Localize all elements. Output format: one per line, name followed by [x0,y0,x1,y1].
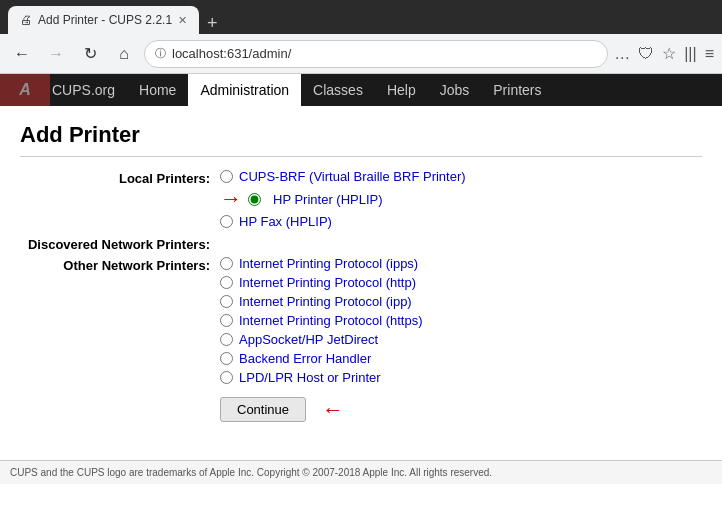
nav-item-printers[interactable]: Printers [481,74,553,106]
radio-hp-fax-label[interactable]: HP Fax (HPLIP) [239,214,332,229]
home-button[interactable]: ⌂ [110,40,138,68]
radio-cups-brf-label[interactable]: CUPS-BRF (Virtual Braille BRF Printer) [239,169,466,184]
extensions-icon[interactable]: ||| [684,45,696,63]
footer-bar: CUPS and the CUPS logo are trademarks of… [0,460,722,484]
shield-icon[interactable]: 🛡 [638,45,654,63]
nav-item-home[interactable]: Home [127,74,188,106]
cups-nav: A CUPS.org Home Administration Classes H… [0,74,722,106]
radio-lpd-lpr-input[interactable] [220,371,233,384]
address-text: localhost:631/admin/ [172,46,291,61]
radio-ipp-ipp: Internet Printing Protocol (ipp) [220,294,423,309]
other-printers-row: Other Network Printers: Internet Printin… [20,256,702,385]
radio-appsocket-label[interactable]: AppSocket/HP JetDirect [239,332,378,347]
radio-lpd-lpr-label[interactable]: LPD/LPR Host or Printer [239,370,381,385]
radio-ipp-https: Internet Printing Protocol (https) [220,313,423,328]
page-title: Add Printer [20,122,702,157]
tab-close-button[interactable]: ✕ [178,14,187,27]
nav-item-administration[interactable]: Administration [188,74,301,106]
page-content: Add Printer Local Printers: CUPS-BRF (Vi… [0,106,722,460]
nav-item-help[interactable]: Help [375,74,428,106]
radio-cups-brf-input[interactable] [220,170,233,183]
other-printers-label: Other Network Printers: [20,256,220,273]
radio-ipp-https-input[interactable] [220,314,233,327]
forward-button[interactable]: → [42,40,70,68]
radio-hp-printer-label[interactable]: HP Printer (HPLIP) [273,192,383,207]
radio-appsocket: AppSocket/HP JetDirect [220,332,423,347]
radio-hp-fax: HP Fax (HPLIP) [220,214,466,229]
menu-icon[interactable]: ≡ [705,45,714,63]
radio-cups-brf: CUPS-BRF (Virtual Braille BRF Printer) [220,169,466,184]
radio-ipp-ipp-label[interactable]: Internet Printing Protocol (ipp) [239,294,412,309]
discovered-label: Discovered Network Printers: [20,235,220,252]
toolbar-right: … 🛡 ☆ ||| ≡ [614,44,714,63]
back-button[interactable]: ← [8,40,36,68]
continue-arrow: ← [322,399,344,421]
star-icon[interactable]: ☆ [662,44,676,63]
radio-ipp-ipps: Internet Printing Protocol (ipps) [220,256,423,271]
local-printers-options: CUPS-BRF (Virtual Braille BRF Printer) →… [220,169,466,229]
nav-item-classes[interactable]: Classes [301,74,375,106]
continue-row: Continue ← [20,397,702,422]
active-tab[interactable]: 🖨 Add Printer - CUPS 2.2.1 ✕ [8,6,199,34]
radio-backend-error-label[interactable]: Backend Error Handler [239,351,371,366]
radio-ipp-ipps-input[interactable] [220,257,233,270]
cups-nav-items: CUPS.org Home Administration Classes Hel… [0,74,554,106]
reload-button[interactable]: ↻ [76,40,104,68]
tab-favicon: 🖨 [20,13,32,27]
local-printers-row: Local Printers: CUPS-BRF (Virtual Braill… [20,169,702,229]
hp-printer-arrow: → [220,188,242,210]
radio-ipp-ipp-input[interactable] [220,295,233,308]
discovered-row: Discovered Network Printers: [20,235,702,252]
footer-text: CUPS and the CUPS logo are trademarks of… [10,467,492,478]
ellipsis-icon[interactable]: … [614,45,630,63]
local-printers-label: Local Printers: [20,169,220,186]
tab-bar: 🖨 Add Printer - CUPS 2.2.1 ✕ + [0,0,722,34]
other-printers-options: Internet Printing Protocol (ipps) Intern… [220,256,423,385]
new-tab-button[interactable]: + [207,13,218,34]
secure-icon: ⓘ [155,46,166,61]
radio-ipp-http-label[interactable]: Internet Printing Protocol (http) [239,275,416,290]
continue-button[interactable]: Continue [220,397,306,422]
radio-ipp-http: Internet Printing Protocol (http) [220,275,423,290]
radio-backend-error: Backend Error Handler [220,351,423,366]
radio-backend-error-input[interactable] [220,352,233,365]
radio-ipp-http-input[interactable] [220,276,233,289]
address-bar[interactable]: ⓘ localhost:631/admin/ [144,40,608,68]
radio-hp-fax-input[interactable] [220,215,233,228]
radio-hp-printer: → HP Printer (HPLIP) [220,188,466,210]
radio-appsocket-input[interactable] [220,333,233,346]
nav-item-jobs[interactable]: Jobs [428,74,482,106]
radio-lpd-lpr: LPD/LPR Host or Printer [220,370,423,385]
printer-form: Local Printers: CUPS-BRF (Virtual Braill… [20,169,702,422]
cups-logo-bg: A [0,74,50,106]
radio-ipp-ipps-label[interactable]: Internet Printing Protocol (ipps) [239,256,418,271]
browser-toolbar: ← → ↻ ⌂ ⓘ localhost:631/admin/ … 🛡 ☆ |||… [0,34,722,74]
radio-ipp-https-label[interactable]: Internet Printing Protocol (https) [239,313,423,328]
tab-title: Add Printer - CUPS 2.2.1 [38,13,172,27]
radio-hp-printer-input[interactable] [248,193,261,206]
nav-item-cups-org[interactable]: CUPS.org [40,74,127,106]
